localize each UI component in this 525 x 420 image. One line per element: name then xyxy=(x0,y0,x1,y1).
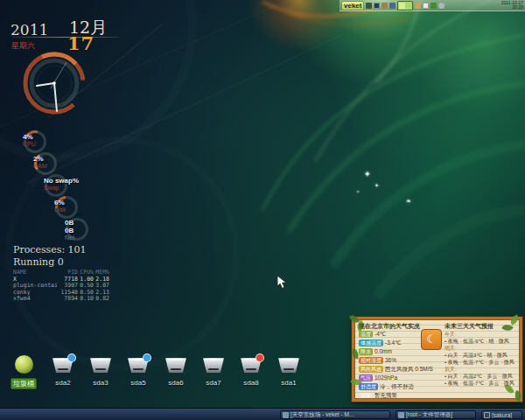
process-row: xfwm4 7894 0.10 0.82 xyxy=(13,296,111,303)
calendar-divider xyxy=(12,37,119,38)
taskbar-window-browser[interactable]: [天空竞技场 - veket - M… xyxy=(280,410,390,419)
window-tray-icon[interactable] xyxy=(389,3,396,9)
drive-icon-sda7[interactable]: sda7 xyxy=(196,356,231,388)
folder-tray-icon[interactable] xyxy=(415,3,421,9)
sparkle-decor: ✧ xyxy=(356,189,360,194)
drive-icon-sda1[interactable]: sda1 xyxy=(271,356,306,388)
forecast-line: • 白天 · 高温3℃ · 晴 · 微风 xyxy=(444,352,522,359)
forecast-line: • 夜晚 · 低温-9℃ · 晴 · 微风 xyxy=(444,338,522,345)
veket-menu-button[interactable]: veket xyxy=(341,1,364,10)
umbrella-tray-icon[interactable] xyxy=(366,3,372,9)
weather-current-title: 现在北京市的天气实况 xyxy=(359,322,427,330)
harddrive-icon xyxy=(277,356,300,373)
drive-icon-sda2[interactable]: sda2 xyxy=(46,356,80,388)
weather-row-humidity: 相对湿度36% xyxy=(359,356,427,365)
terminal-window-icon xyxy=(484,412,490,418)
taskbar: [天空竞技场 - veket - M… [root - 文件管理器] [saku… xyxy=(0,408,525,420)
panel-clock[interactable]: 2011-12-17 20:29 xyxy=(501,1,523,10)
trash-label: 垃圾桶 xyxy=(10,378,37,389)
harddrive-icon xyxy=(202,356,225,373)
drive-icon-sda3[interactable]: sda3 xyxy=(83,356,118,388)
analog-clock xyxy=(14,46,94,122)
heart-emblem-icon xyxy=(256,354,264,362)
taskbar-window-terminal[interactable]: [sakura] xyxy=(481,410,522,419)
process-table: NAME PID CPU% MEM% X 7718 1.00 2.18 plug… xyxy=(13,270,111,303)
forecast-day-label: 明天: xyxy=(444,345,522,352)
weather-row-comfort: 舒适度冷，很不舒适 xyxy=(359,382,427,391)
browser-window-icon xyxy=(283,412,289,418)
weather-forecast: 未来三天天气预报 今天: • 夜晚 · 低温-9℃ · 晴 · 微风 明天: •… xyxy=(444,322,522,387)
forecast-line: • 夜晚 · 低温-7℃ · 多云 · 微风 xyxy=(444,359,522,366)
weather-row-pressure: 气压1029hPa xyxy=(359,374,427,382)
taskbar-window-file-manager[interactable]: [root - 文件管理器] xyxy=(396,410,476,419)
file-manager-window-icon xyxy=(398,412,404,418)
sparkle-decor: ✦ xyxy=(374,182,379,188)
clock-hour-hand xyxy=(37,83,54,86)
drive-icon-sda8[interactable]: sda8 xyxy=(234,356,269,388)
display-tray-icon[interactable] xyxy=(374,3,380,9)
butterfly-decor: ❧ xyxy=(406,198,411,205)
drive-icon-sda5[interactable]: sda5 xyxy=(121,356,156,388)
processes-count: Processes: 101 xyxy=(13,244,87,256)
plant-tray-icon[interactable] xyxy=(430,3,437,9)
forecast-line: • 夜晚 · 低温-7℃ · 多云 · 微风 xyxy=(444,380,522,387)
mounted-emblem-icon xyxy=(67,354,76,362)
panel-clock-time: 20:29 xyxy=(512,4,523,10)
weather-row-wind: 风向风速西北风微风 0.5M/S xyxy=(359,365,427,374)
clock-tray-icon[interactable] xyxy=(438,3,444,9)
weather-row-temperature: 温度-4℃ xyxy=(359,330,427,339)
mouse-cursor xyxy=(276,275,289,290)
workspace-pager[interactable] xyxy=(397,1,413,10)
running-count: Running 0 xyxy=(13,256,64,268)
top-panel: veket 2011-12-17 20:29 xyxy=(340,0,525,11)
documents-tray-icon[interactable] xyxy=(423,3,429,9)
trash-icon[interactable]: 垃圾桶 xyxy=(6,355,41,389)
trash-ball-icon xyxy=(15,355,33,374)
desktop: ✦ ✦ ✧ ❧ veket 2011-12-17 20:29 2011 12月 … xyxy=(0,0,525,420)
drive-icon-sda6[interactable]: sda6 xyxy=(158,356,193,388)
forecast-day-label: 今天: xyxy=(444,331,522,338)
harddrive-icon xyxy=(164,356,187,373)
weather-forecast-title: 未来三天天气预报 xyxy=(444,322,522,331)
weather-row-alert: 预警暂无预警 xyxy=(359,391,427,400)
forecast-day-label: 后天: xyxy=(444,366,522,373)
crescent-moon-icon: ☾ xyxy=(421,329,442,350)
weather-widget[interactable]: 现在北京市的天气实况 温度-4℃ 体感温度-3.4℃ 降水0.0mm 相对湿度3… xyxy=(352,317,522,402)
sparkle-decor: ✦ xyxy=(364,170,371,178)
weather-row-precipitation: 降水0.0mm xyxy=(359,347,427,356)
mounted-emblem-icon xyxy=(143,354,151,362)
calendar-year: 2011 xyxy=(10,21,48,38)
weather-row-feels-like: 体感温度-3.4℃ xyxy=(359,339,427,347)
weather-current-conditions: 现在北京市的天气实况 温度-4℃ 体感温度-3.4℃ 降水0.0mm 相对湿度3… xyxy=(359,322,427,400)
volume-tray-icon[interactable] xyxy=(382,3,388,9)
forecast-line: • 白天 · 高温2℃ · 多云 · 微风 xyxy=(444,373,522,380)
harddrive-icon xyxy=(89,356,112,373)
ivy-leaf-icon xyxy=(513,390,522,402)
